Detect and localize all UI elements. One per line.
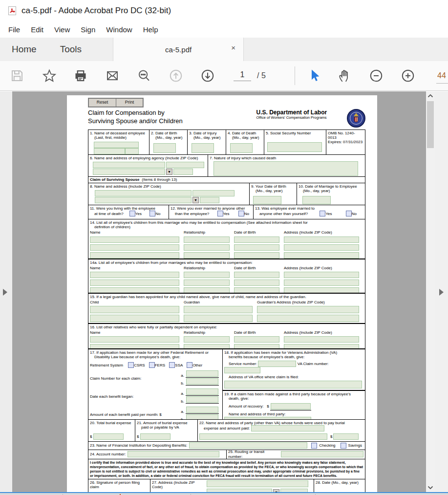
- state-dropdown[interactable]: ▼: [166, 169, 172, 175]
- form-input[interactable]: [125, 148, 139, 154]
- expand-left-pane-icon[interactable]: [3, 289, 7, 296]
- form-input[interactable]: [234, 287, 279, 292]
- form-input[interactable]: [90, 336, 179, 343]
- csrs-checkbox[interactable]: [128, 362, 134, 368]
- form-input[interactable]: [333, 433, 359, 440]
- yes-checkbox[interactable]: [217, 211, 223, 216]
- form-input[interactable]: [234, 272, 279, 278]
- form-input[interactable]: [184, 287, 230, 292]
- menu-sign[interactable]: Sign: [75, 23, 101, 36]
- form-input[interactable]: [234, 336, 279, 343]
- form-input[interactable]: [90, 244, 179, 251]
- no-checkbox[interactable]: [149, 211, 155, 216]
- form-input[interactable]: [284, 252, 359, 258]
- form-input[interactable]: [213, 161, 358, 176]
- form-input[interactable]: [267, 142, 322, 152]
- form-input[interactable]: [234, 244, 279, 251]
- form-input[interactable]: [173, 169, 193, 175]
- yes-checkbox[interactable]: [320, 211, 325, 216]
- recovery-amount-input[interactable]: [271, 403, 311, 409]
- service-number-input[interactable]: [258, 361, 296, 367]
- form-input[interactable]: [234, 252, 279, 258]
- form-input[interactable]: [234, 237, 279, 243]
- form-input[interactable]: [192, 143, 214, 153]
- form-input[interactable]: [253, 196, 281, 204]
- print-icon[interactable]: [73, 68, 88, 83]
- form-input[interactable]: [257, 315, 359, 322]
- form-input[interactable]: [186, 414, 218, 419]
- form-input[interactable]: [184, 237, 230, 243]
- form-input[interactable]: [90, 344, 179, 348]
- routing-number-input[interactable]: [281, 451, 363, 457]
- form-input[interactable]: [90, 237, 179, 243]
- form-input[interactable]: [230, 143, 253, 153]
- checking-checkbox[interactable]: [311, 443, 317, 449]
- form-input[interactable]: [186, 407, 218, 413]
- va-claim-number-input[interactable]: [224, 367, 260, 373]
- no-checkbox[interactable]: [346, 211, 352, 216]
- form-input[interactable]: [184, 315, 253, 322]
- form-input[interactable]: [284, 336, 359, 343]
- form-input[interactable]: [95, 197, 192, 203]
- form-input[interactable]: [199, 433, 327, 440]
- no-checkbox[interactable]: [238, 211, 244, 216]
- hand-tool-icon[interactable]: [337, 68, 352, 83]
- form-input[interactable]: [184, 272, 230, 278]
- select-tool-icon[interactable]: [307, 68, 321, 83]
- vertical-scrollbar[interactable]: [426, 91, 435, 492]
- tab-home[interactable]: Home: [0, 38, 48, 61]
- scroll-down-icon[interactable]: [426, 483, 435, 492]
- yes-checkbox[interactable]: [129, 211, 135, 216]
- search-icon[interactable]: [137, 68, 151, 83]
- form-input[interactable]: [186, 396, 218, 403]
- zoom-level-input[interactable]: 44: [436, 71, 448, 84]
- form-input[interactable]: [192, 190, 235, 196]
- form-input[interactable]: [90, 252, 179, 258]
- form-input[interactable]: [90, 306, 179, 313]
- va-office-address-input[interactable]: [224, 381, 362, 388]
- form-input[interactable]: [284, 287, 359, 292]
- next-page-icon[interactable]: [200, 68, 215, 83]
- form-input[interactable]: [234, 280, 279, 286]
- form-input[interactable]: [140, 433, 171, 440]
- fers-checkbox[interactable]: [149, 362, 155, 368]
- tab-document[interactable]: ca-5.pdf ×: [113, 38, 244, 61]
- form-input[interactable]: [284, 244, 359, 251]
- form-input[interactable]: [284, 237, 359, 243]
- form-input[interactable]: [94, 148, 125, 154]
- ssa-checkbox[interactable]: [169, 362, 175, 368]
- form-input[interactable]: [186, 388, 218, 395]
- form-input[interactable]: [184, 306, 253, 313]
- email-icon[interactable]: [105, 68, 120, 83]
- tab-tools[interactable]: Tools: [48, 38, 93, 61]
- form-input[interactable]: [90, 272, 179, 278]
- account-number-input[interactable]: [128, 451, 219, 457]
- expand-right-pane-icon[interactable]: [439, 289, 444, 296]
- form-input[interactable]: [90, 287, 179, 292]
- form-input[interactable]: [94, 142, 139, 148]
- form-input[interactable]: [234, 344, 279, 348]
- form-input[interactable]: [251, 425, 324, 431]
- form-input[interactable]: [302, 196, 331, 204]
- menu-window[interactable]: Window: [101, 23, 137, 36]
- form-input[interactable]: [207, 480, 308, 487]
- form-input[interactable]: [184, 344, 230, 348]
- menu-file[interactable]: File: [3, 23, 25, 36]
- form-input[interactable]: [184, 252, 230, 258]
- savings-checkbox[interactable]: [341, 443, 346, 449]
- other-checkbox[interactable]: [187, 362, 192, 368]
- menu-view[interactable]: View: [49, 23, 75, 36]
- scrollbar-thumb[interactable]: [427, 101, 434, 148]
- scroll-up-icon[interactable]: [426, 91, 435, 100]
- form-input[interactable]: [200, 197, 219, 203]
- zoom-in-icon[interactable]: [401, 68, 415, 83]
- form-input[interactable]: [184, 244, 230, 251]
- zoom-out-icon[interactable]: [369, 68, 384, 83]
- form-input[interactable]: [184, 336, 230, 343]
- form-input[interactable]: [284, 272, 359, 278]
- previous-page-icon[interactable]: [169, 68, 183, 83]
- form-input[interactable]: [186, 378, 218, 385]
- state-dropdown[interactable]: ▼: [192, 197, 199, 203]
- form-input[interactable]: [95, 190, 192, 196]
- form-input[interactable]: [153, 143, 176, 153]
